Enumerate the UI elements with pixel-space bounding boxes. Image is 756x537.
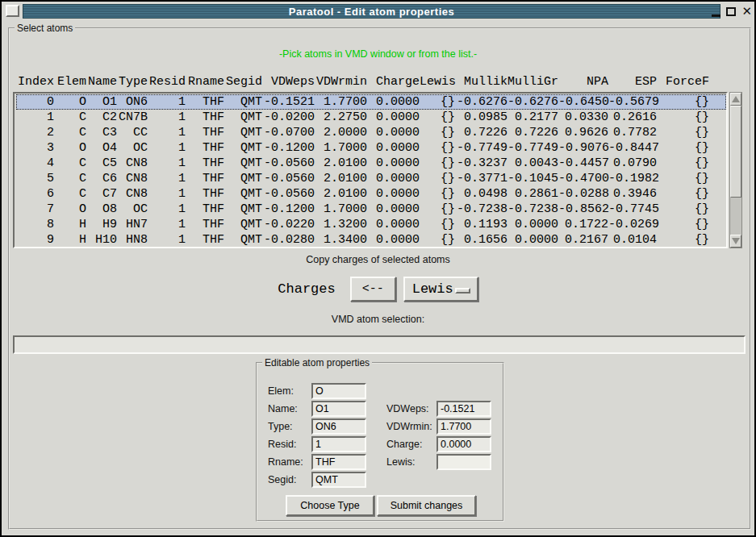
header-type: Type xyxy=(117,75,148,90)
atom-cell: THF xyxy=(186,94,224,110)
atom-cell: -0.7745 xyxy=(608,202,657,217)
atom-cell: -0.3237 xyxy=(455,156,507,171)
titlebar[interactable]: Paratool - Edit atom properties xyxy=(23,4,720,19)
atom-cell: -0.0269 xyxy=(608,217,657,232)
vdweps-field[interactable] xyxy=(436,401,491,417)
submit-changes-button[interactable]: Submit changes xyxy=(377,495,476,516)
choose-type-button[interactable]: Choose Type xyxy=(286,495,374,516)
atom-cell: {} xyxy=(420,110,455,125)
charge-field[interactable] xyxy=(436,436,491,452)
atom-list-row[interactable]: 7OO8OC1THFQMT-0.12001.70000.0000{}-0.723… xyxy=(16,202,726,217)
segid-field[interactable] xyxy=(311,472,366,488)
vdwrmin-field[interactable] xyxy=(436,418,491,435)
atom-cell: 0.0000 xyxy=(367,156,420,171)
atom-cell: 0.2177 xyxy=(507,110,558,125)
atom-cell: 1 xyxy=(148,110,186,125)
menu-indicator-icon xyxy=(455,288,470,293)
atom-cell: THF xyxy=(186,110,224,125)
name-field[interactable] xyxy=(311,401,366,417)
atom-cell: {} xyxy=(657,232,709,248)
minimize-icon[interactable] xyxy=(712,15,720,17)
atom-cell: -0.4700 xyxy=(558,171,608,186)
atom-cell: 9 xyxy=(16,232,54,248)
atom-list-row[interactable]: 4CC5CN81THFQMT-0.05602.01000.0000{}-0.32… xyxy=(16,156,726,171)
atom-cell: CN8 xyxy=(117,186,148,202)
atom-cell: 0.0043 xyxy=(507,156,558,171)
atom-cell: {} xyxy=(657,171,709,186)
elem-field[interactable] xyxy=(311,383,366,399)
copy-charges-button[interactable]: <-- xyxy=(350,277,396,302)
scrollbar-thumb[interactable] xyxy=(730,106,741,198)
type-field[interactable] xyxy=(311,418,366,435)
header-segid: Segid xyxy=(224,75,262,90)
header-npa: NPA xyxy=(558,75,608,90)
window-menu-button[interactable] xyxy=(6,5,19,17)
scroll-up-button[interactable] xyxy=(730,93,741,106)
charge-source-label: Lewis xyxy=(412,281,453,297)
atom-cell: 1 xyxy=(148,202,186,217)
atom-list-row[interactable]: 0OO1ON61THFQMT-0.15211.77000.0000{}-0.62… xyxy=(16,94,726,110)
scroll-down-button[interactable] xyxy=(730,235,741,248)
atom-list-row[interactable]: 2CC3CC1THFQMT-0.07002.00000.0000{}0.7226… xyxy=(16,125,726,140)
atom-listbox[interactable]: 0OO1ON61THFQMT-0.15211.77000.0000{}-0.62… xyxy=(13,92,728,248)
atom-cell: 0.0000 xyxy=(367,186,420,202)
atom-cell: 1 xyxy=(148,94,186,110)
atom-list-row[interactable]: 8HH9HN71THFQMT-0.02201.32000.0000{}0.119… xyxy=(16,217,726,232)
atom-cell: {} xyxy=(657,94,709,110)
atom-cell: -0.0288 xyxy=(558,186,608,202)
atom-cell: 0.0000 xyxy=(367,232,420,248)
atom-cell: 2.0100 xyxy=(315,171,367,186)
header-forcef: ForceF xyxy=(657,75,709,90)
atom-cell: 1 xyxy=(16,110,54,125)
atom-list-row[interactable]: 9HH10HN81THFQMT-0.02801.34000.0000{}0.16… xyxy=(16,232,726,248)
lewis-field[interactable] xyxy=(436,454,491,470)
list-scrollbar[interactable] xyxy=(729,92,742,248)
pick-atoms-instruction: -Pick atoms in VMD window or from the li… xyxy=(2,48,754,60)
atom-cell: CC xyxy=(117,125,148,140)
atom-cell: THF xyxy=(186,232,224,248)
atom-cell: {} xyxy=(657,110,709,125)
atom-cell: THF xyxy=(186,171,224,186)
segid-label: Segid: xyxy=(268,474,296,485)
atom-cell: 0.7782 xyxy=(608,125,657,140)
close-icon[interactable]: ✕ xyxy=(741,5,752,18)
atom-cell: 0.0985 xyxy=(455,110,507,125)
atom-list-row[interactable]: 3OO4OC1THFQMT-0.12001.70000.0000{}-0.774… xyxy=(16,140,726,156)
atom-cell: 1.7700 xyxy=(315,94,367,110)
atom-cell: 6 xyxy=(16,186,54,202)
atom-cell: 3 xyxy=(16,140,54,156)
atom-cell: 0.0000 xyxy=(367,94,420,110)
charge-source-menubutton[interactable]: Lewis xyxy=(403,277,478,302)
copy-charges-caption: Copy charges of selected atoms xyxy=(2,254,754,265)
header-elem: Elem xyxy=(54,75,86,90)
atom-cell: 1.3400 xyxy=(315,232,367,248)
resid-field[interactable] xyxy=(311,436,366,452)
atom-cell: 1 xyxy=(148,156,186,171)
resid-label: Resid: xyxy=(268,439,296,450)
atom-list-row[interactable]: 1CC2CN7B1THFQMT-0.02002.27500.0000{}0.09… xyxy=(16,110,726,125)
atom-cell: 0.7226 xyxy=(455,125,507,140)
type-label: Type: xyxy=(268,421,293,432)
vmd-selection-input[interactable] xyxy=(13,335,746,354)
atom-cell: -0.3771 xyxy=(455,171,507,186)
atom-cell: -0.7749 xyxy=(455,140,507,156)
atom-cell: H10 xyxy=(86,232,117,248)
rname-field[interactable] xyxy=(311,454,366,470)
atom-cell: -0.0280 xyxy=(262,232,315,248)
atom-cell: 0.1656 xyxy=(455,232,507,248)
header-lewis: Lewis xyxy=(420,75,455,90)
atom-cell: 0.0000 xyxy=(367,217,420,232)
atom-cell: H xyxy=(54,217,86,232)
atom-cell: {} xyxy=(420,232,455,248)
atom-cell: C xyxy=(54,171,86,186)
atom-cell: QMT xyxy=(224,140,262,156)
atom-cell: 0.1193 xyxy=(455,217,507,232)
atom-cell: 0.9626 xyxy=(558,125,608,140)
atom-cell: -0.8447 xyxy=(608,140,657,156)
maximize-icon[interactable] xyxy=(726,7,736,16)
atom-list-row[interactable]: 6CC7CN81THFQMT-0.05602.01000.0000{}0.049… xyxy=(16,186,726,202)
atom-cell: HN7 xyxy=(117,217,148,232)
atom-list-row[interactable]: 5CC6CN81THFQMT-0.05602.01000.0000{}-0.37… xyxy=(16,171,726,186)
atom-cell: C xyxy=(54,186,86,202)
atom-cell: H xyxy=(54,232,86,248)
